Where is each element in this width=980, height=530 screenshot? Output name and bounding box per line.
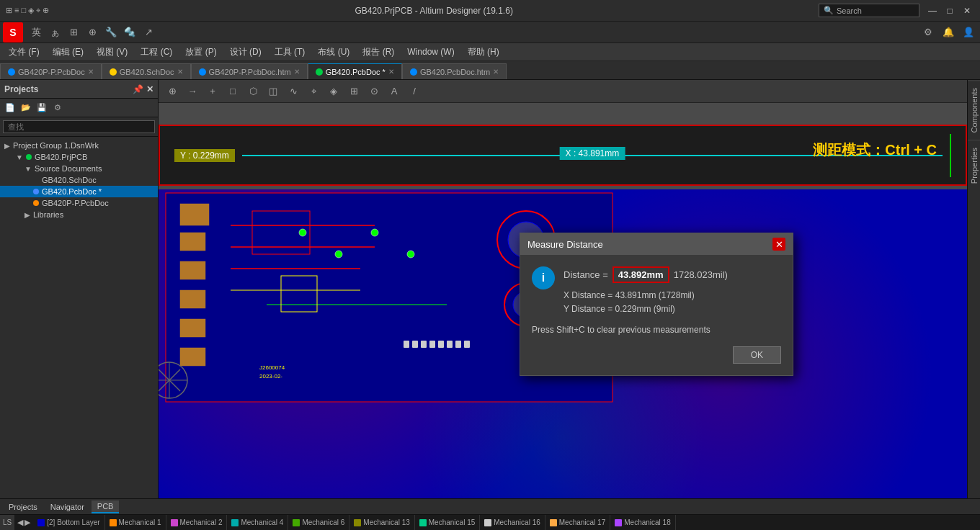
- layer-mech15[interactable]: Mechanical 15: [415, 515, 480, 530]
- x-distance-badge: X : 43.891mm: [560, 147, 625, 160]
- menu-route[interactable]: 布线 (U): [312, 45, 355, 60]
- tab-3[interactable]: GB420.PcbDoc * ✕: [308, 63, 402, 79]
- layer-mech4[interactable]: Mechanical 4: [227, 515, 288, 530]
- pcb-tool-1[interactable]: ⊕: [163, 82, 182, 101]
- open-btn[interactable]: 📂: [19, 101, 33, 115]
- pcb-content-area: ⊕ → + □ ⬡ ◫ ∿ ⌖ ◈ ⊞ ⊙ A / Y : 0.229mm X …: [159, 80, 967, 498]
- navigator-tab[interactable]: Navigator: [45, 501, 90, 513]
- pcb-tool-7[interactable]: ∿: [284, 82, 303, 101]
- new-project-btn[interactable]: 📄: [3, 101, 17, 115]
- toolbar-icon-4[interactable]: ⊕: [84, 24, 101, 41]
- layer-color-mech16: [484, 519, 491, 526]
- pcb-tool-9[interactable]: ◈: [324, 82, 343, 101]
- dialog-ok-button[interactable]: OK: [733, 346, 781, 364]
- tab-close-3[interactable]: ✕: [388, 68, 394, 76]
- menu-design[interactable]: 设计 (D): [224, 45, 267, 60]
- layer-mech6[interactable]: Mechanical 6: [288, 515, 349, 530]
- pcb-tool-6[interactable]: ◫: [264, 82, 282, 101]
- pcb-tool-8[interactable]: ⌖: [304, 82, 323, 101]
- pcb-tool-3[interactable]: +: [203, 82, 222, 101]
- tab-close-0[interactable]: ✕: [88, 68, 94, 76]
- toolbar-icon-7[interactable]: ↗: [140, 24, 157, 41]
- tree-source-docs[interactable]: ▼ Source Documents: [0, 163, 158, 174]
- measure-distance-dialog: Measure Distance ✕ i Distance = 43.892mm…: [520, 233, 793, 376]
- search-input[interactable]: [3, 120, 155, 133]
- pcb-tool-10[interactable]: ⊞: [344, 82, 363, 101]
- menu-edit[interactable]: 编辑 (E): [47, 45, 89, 60]
- layer-label-mech18: Mechanical 18: [624, 518, 670, 526]
- menu-view[interactable]: 视图 (V): [91, 45, 133, 60]
- toolbar-icon-6[interactable]: 🔩: [121, 24, 138, 41]
- layer-mech2[interactable]: Mechanical 2: [166, 515, 228, 530]
- user-icon[interactable]: 👤: [960, 24, 977, 41]
- layer-next-btn[interactable]: ▶: [24, 518, 30, 527]
- pcb-tool-13[interactable]: /: [405, 82, 424, 101]
- menu-help[interactable]: 帮助 (H): [462, 45, 505, 60]
- projects-tab[interactable]: Projects: [3, 501, 43, 513]
- pcb-tool-2[interactable]: →: [183, 82, 202, 101]
- tab-close-1[interactable]: ✕: [177, 68, 183, 76]
- maximize-button[interactable]: □: [943, 4, 957, 18]
- settings-btn[interactable]: ⚙: [50, 101, 65, 115]
- tab-label-4: GB420.PcbDoc.htm: [420, 68, 490, 76]
- y-distance-text: Y Distance = 0.229mm (9mil): [564, 302, 781, 316]
- tab-label-3: GB420.PcbDoc *: [326, 68, 386, 76]
- toolbar-icon-5[interactable]: 🔧: [102, 24, 120, 41]
- tree-pcbdoc[interactable]: GB420.PcbDoc *: [0, 186, 158, 197]
- pcb-tool-11[interactable]: ⊙: [365, 82, 383, 101]
- pcb-tool-4[interactable]: □: [223, 82, 242, 101]
- tree-schdoc[interactable]: GB420.SchDoc: [0, 174, 158, 186]
- expand-icon-1: ▼: [16, 153, 23, 161]
- menu-project[interactable]: 工程 (C): [135, 45, 178, 60]
- tree-prjpcb[interactable]: ▼ GB420.PrjPCB: [0, 151, 158, 163]
- pcb-tool-12[interactable]: A: [385, 82, 404, 101]
- save-btn[interactable]: 💾: [35, 101, 49, 115]
- svg-text:2023-02-: 2023-02-: [259, 373, 282, 379]
- measure-overlay: Y : 0.229mm X : 43.891mm 测距模式：Ctrl + C: [159, 125, 967, 186]
- sidebar-pin-btn[interactable]: 📌: [133, 84, 143, 94]
- tab-label-0: GB420P-P.PcbDoc: [18, 68, 85, 76]
- sidebar-header: Projects 📌 ✕: [0, 80, 158, 99]
- tree-libraries[interactable]: ▶ Libraries: [0, 209, 158, 220]
- minimize-button[interactable]: —: [925, 4, 940, 18]
- layer-mech13[interactable]: Mechanical 13: [349, 515, 414, 530]
- properties-panel-tab[interactable]: Properties: [968, 140, 980, 191]
- tab-4[interactable]: GB420.PcbDoc.htm ✕: [402, 63, 507, 79]
- tab-2[interactable]: GB420P-P.PcbDoc.htm ✕: [191, 63, 308, 79]
- svg-rect-23: [464, 341, 470, 348]
- pcb-tab[interactable]: PCB: [92, 500, 120, 513]
- tree-label-3: GB420.SchDoc: [42, 176, 97, 184]
- tree-pcbdoc-p[interactable]: GB420P-P.PcbDoc: [0, 197, 158, 209]
- toolbar-icon-3[interactable]: ⊞: [65, 24, 82, 41]
- layer-mech17[interactable]: Mechanical 17: [545, 515, 610, 530]
- tab-close-2[interactable]: ✕: [294, 68, 300, 76]
- layer-color-mech1: [110, 519, 117, 526]
- pcb-canvas[interactable]: Y : 0.229mm X : 43.891mm 测距模式：Ctrl + C: [159, 103, 967, 498]
- components-panel-tab[interactable]: Components: [968, 80, 980, 140]
- menu-place[interactable]: 放置 (P): [179, 45, 222, 60]
- tree-project-group[interactable]: ▶ Project Group 1.DsnWrk: [0, 140, 158, 151]
- menu-tools[interactable]: 工具 (T): [269, 45, 311, 60]
- layer-mech1[interactable]: Mechanical 1: [105, 515, 166, 530]
- menu-report[interactable]: 报告 (R): [357, 45, 400, 60]
- dialog-close-button[interactable]: ✕: [772, 238, 785, 251]
- sidebar-close-btn[interactable]: ✕: [146, 84, 153, 94]
- tab-1[interactable]: GB420.SchDoc ✕: [102, 63, 191, 79]
- layer-mech16[interactable]: Mechanical 16: [480, 515, 545, 530]
- menu-window[interactable]: Window (W): [401, 45, 460, 58]
- close-button[interactable]: ✕: [960, 4, 974, 18]
- dialog-footer: OK: [532, 346, 781, 364]
- tab-0[interactable]: GB420P-P.PcbDoc ✕: [0, 63, 102, 79]
- tree-label-1: GB420.PrjPCB: [35, 153, 87, 161]
- toolbar-icon-1[interactable]: 英: [27, 24, 45, 41]
- tab-close-4[interactable]: ✕: [493, 68, 499, 76]
- layer-prev-btn[interactable]: ◀: [17, 518, 23, 527]
- bell-icon[interactable]: 🔔: [940, 24, 957, 41]
- layer-color-bottom: [37, 519, 45, 526]
- layer-bottom[interactable]: [2] Bottom Layer: [33, 515, 104, 530]
- menu-file[interactable]: 文件 (F): [3, 45, 45, 60]
- pcb-tool-5[interactable]: ⬡: [244, 82, 262, 101]
- layer-mech18[interactable]: Mechanical 18: [610, 515, 675, 530]
- settings-icon[interactable]: ⚙: [919, 24, 937, 41]
- toolbar-icon-2[interactable]: ぁ: [46, 24, 63, 41]
